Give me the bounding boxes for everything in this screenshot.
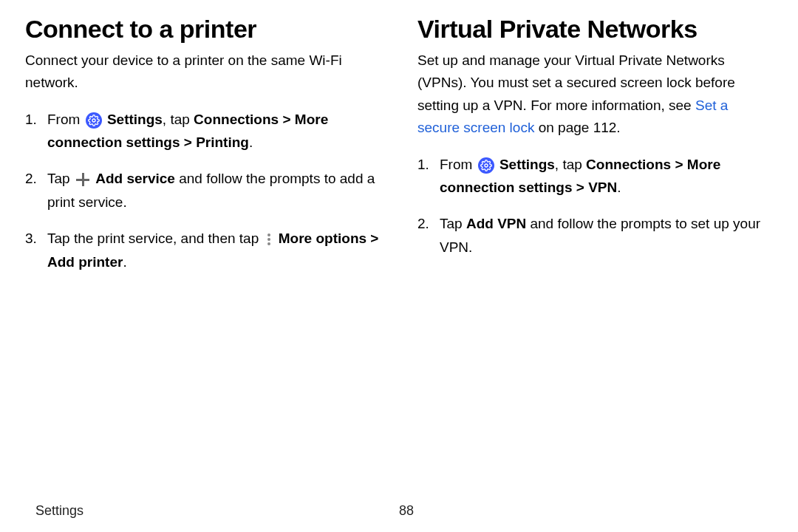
separator: > (671, 157, 687, 172)
bold-vpn: VPN (588, 180, 617, 195)
separator: > (366, 231, 378, 246)
more-options-dots-icon (265, 232, 273, 247)
svg-point-1 (485, 164, 488, 167)
intro-connect-printer: Connect your device to a printer on the … (25, 50, 381, 95)
text: . (249, 134, 253, 150)
heading-connect-printer: Connect to a printer (25, 15, 381, 44)
step-2: Tap Add service and follow the prompts t… (25, 167, 381, 214)
steps-vpn: From Settings, tap Connections > More co… (417, 153, 773, 259)
bold-settings: Settings (107, 112, 163, 127)
text: From (440, 157, 477, 172)
intro-vpn: Set up and manage your Virtual Private N… (417, 50, 773, 140)
separator: > (572, 180, 588, 195)
separator: > (180, 134, 196, 150)
text: , tap (163, 112, 194, 127)
plus-icon (75, 172, 90, 187)
text: Tap (47, 171, 74, 186)
step-2: Tap Add VPN and follow the prompts to se… (417, 212, 773, 259)
text: on page 112. (534, 120, 620, 135)
heading-vpn: Virtual Private Networks (417, 15, 773, 44)
svg-point-0 (92, 119, 95, 122)
footer-page-number: 88 (399, 503, 763, 519)
text: . (617, 180, 621, 195)
bold-add-printer: Add printer (47, 254, 123, 270)
left-column: Connect to a printer Connect your device… (25, 15, 381, 503)
text: . (123, 254, 126, 270)
page-footer: Settings 88 (25, 503, 773, 525)
bold-connections: Connections (194, 112, 279, 127)
two-column-layout: Connect to a printer Connect your device… (25, 15, 773, 503)
separator: > (279, 112, 295, 127)
bold-settings: Settings (499, 157, 555, 172)
bold-connections: Connections (586, 157, 671, 172)
settings-gear-icon (478, 157, 494, 174)
step-1: From Settings, tap Connections > More co… (417, 153, 773, 200)
footer-section-name: Settings (35, 503, 399, 519)
text: , tap (555, 157, 586, 172)
text: Tap (440, 216, 466, 231)
step-1: From Settings, tap Connections > More co… (25, 108, 381, 154)
bold-more-options: More options (279, 231, 366, 246)
bold-printing: Printing (196, 134, 249, 150)
steps-connect-printer: From Settings, tap Connections > More co… (25, 108, 381, 273)
bold-add-vpn: Add VPN (466, 216, 526, 231)
settings-gear-icon (86, 112, 102, 129)
step-3: Tap the print service, and then tap More… (25, 227, 381, 273)
text: From (47, 112, 84, 127)
bold-add-service: Add service (95, 171, 175, 186)
right-column: Virtual Private Networks Set up and mana… (417, 15, 773, 503)
text: Tap the print service, and then tap (47, 231, 263, 246)
text: Set up and manage your Virtual Private N… (417, 52, 735, 113)
page: Connect to a printer Connect your device… (0, 0, 798, 532)
